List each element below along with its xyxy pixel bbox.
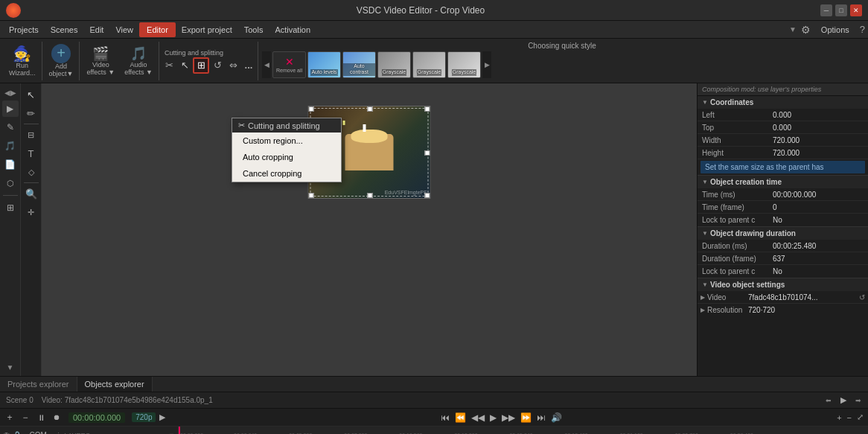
scroll-right-button[interactable]: ▶: [482, 51, 491, 78]
expand-icon[interactable]: ▼: [168, 432, 175, 435]
menu-activation[interactable]: Activation: [269, 24, 316, 36]
scroll-left-button[interactable]: ◀: [262, 51, 271, 78]
tl-record-button[interactable]: ⏺: [50, 411, 63, 424]
draw-tool-button[interactable]: ✏: [23, 105, 39, 121]
left-panel-btn4[interactable]: 📄: [2, 156, 19, 173]
lock-parent2-value: No: [773, 267, 782, 275]
minimize-button[interactable]: ─: [820, 4, 832, 16]
tl-prev-frame-button[interactable]: ⬅: [822, 395, 835, 406]
left-panel-btn3[interactable]: 🎵: [2, 138, 19, 154]
tl-pause-button[interactable]: ⏸: [34, 411, 48, 424]
zoom-tool-button[interactable]: 🔍: [23, 185, 39, 202]
context-menu-item-auto[interactable]: Auto cropping: [232, 149, 341, 165]
auto-levels-thumb[interactable]: Auto levels: [307, 51, 341, 78]
tl-remove-button[interactable]: −: [19, 411, 32, 424]
left-panel-btn2[interactable]: ✎: [2, 119, 19, 135]
left-label: Left: [702, 111, 773, 119]
flip-tool-button[interactable]: ⇔: [226, 58, 240, 73]
tl-play3-button[interactable]: ▶: [488, 412, 498, 423]
tl-prev-button[interactable]: ⏪: [453, 412, 467, 423]
tl-zoom-out-button[interactable]: −: [846, 413, 853, 422]
menu-scenes[interactable]: Scenes: [45, 24, 84, 36]
maximize-button[interactable]: □: [835, 4, 847, 16]
tl-fit-button[interactable]: ⤢: [855, 412, 865, 422]
tl-skip-end-button[interactable]: ⏭: [535, 412, 547, 423]
duration-ms-value: 00:00:25.480: [773, 242, 816, 250]
video-effects-button[interactable]: 🎬 Videoeffects ▼: [82, 44, 119, 78]
expand-down-button[interactable]: ▼: [2, 361, 19, 373]
timeline-area: Scene 0 Video: 7fadc48c1b701074e5b4986e4…: [0, 392, 868, 434]
tl-rewind-button[interactable]: ◀◀: [470, 412, 486, 423]
help-icon[interactable]: ?: [860, 24, 865, 35]
expand-left-button[interactable]: ◀▶: [2, 86, 19, 98]
settings-icon[interactable]: ⚙: [801, 24, 811, 36]
width-row: Width 720.000: [698, 134, 868, 147]
context-menu-header: ✂ Cutting and splitting: [232, 118, 341, 133]
object-creation-title[interactable]: ▼ Object creation time: [698, 176, 868, 188]
chevron-down-icon[interactable]: ▼: [789, 25, 797, 33]
rotate-tool-button[interactable]: ↺: [210, 58, 225, 73]
same-size-button[interactable]: Set the same size as the parent has: [701, 161, 865, 173]
left-panel-btn1[interactable]: ▶: [2, 100, 19, 117]
scissors-icon: ✂: [238, 121, 245, 130]
menu-editor[interactable]: Editor: [139, 22, 176, 37]
crop-tool-btn2[interactable]: ⊟: [23, 127, 39, 143]
time-display: 00:00:00.000: [68, 412, 125, 423]
menu-view[interactable]: View: [109, 24, 139, 36]
context-menu-item-cancel[interactable]: Cancel cropping: [232, 165, 341, 182]
grayscale1-thumb[interactable]: Grayscale: [377, 51, 411, 78]
playhead[interactable]: [179, 427, 180, 434]
cursor-tool-button[interactable]: ↖: [177, 58, 192, 73]
tl-volume-button[interactable]: 🔊: [549, 412, 564, 423]
tl-add-button[interactable]: +: [3, 411, 16, 424]
left-panel-btn5[interactable]: ⬡: [2, 175, 19, 191]
text-tool-button[interactable]: T: [23, 145, 39, 162]
grayscale3-thumb[interactable]: Grayscale: [447, 51, 481, 78]
track1-layers-label: LAYERS: [64, 432, 90, 435]
options-button[interactable]: Options: [815, 24, 855, 36]
scissor-tool-button[interactable]: ✂: [162, 58, 176, 73]
more-tools-button[interactable]: ...: [241, 58, 256, 73]
grayscale2-thumb[interactable]: Grayscale: [412, 51, 446, 78]
coordinates-section-title[interactable]: ▼ Coordinates: [698, 96, 868, 109]
top-label: Top: [702, 124, 773, 132]
menu-tools[interactable]: Tools: [238, 24, 269, 36]
duration-frame-value: 637: [773, 255, 785, 263]
menu-projects[interactable]: Projects: [3, 24, 45, 36]
tl-next-frame-button[interactable]: ➡: [852, 395, 865, 406]
track1-lock-icon[interactable]: 🔒: [13, 431, 22, 434]
tl-play2-button[interactable]: ▶: [157, 412, 167, 422]
video-settings-title[interactable]: ▼ Video object settings: [698, 278, 868, 291]
app-logo: [6, 3, 21, 18]
menu-export[interactable]: Export project: [176, 24, 238, 36]
add-object-button[interactable]: + Addobject▼: [45, 42, 78, 80]
tl-ff-button[interactable]: ▶▶: [500, 412, 517, 423]
object-drawing-title[interactable]: ▼ Object drawing duration: [698, 227, 868, 240]
tl-next-button[interactable]: ⏩: [519, 412, 533, 423]
run-wizard-button[interactable]: 🧙 RunWizard...: [4, 43, 40, 79]
top-row: Top 0.000: [698, 121, 868, 134]
track-content[interactable]: 00:00.000 00:02.640 00:05.280 00:07.920 …: [179, 427, 868, 434]
track1-eye-icon[interactable]: 👁: [3, 431, 10, 434]
height-row: Height 720.000: [698, 147, 868, 159]
refresh-icon[interactable]: ↺: [859, 293, 865, 301]
crop-tool-button[interactable]: ⊞: [193, 57, 209, 74]
select-tool-button[interactable]: ↖: [23, 86, 39, 103]
audio-effects-button[interactable]: 🎵 Audioeffects ▼: [120, 44, 157, 78]
tl-skip-start-button[interactable]: ⏮: [439, 412, 451, 423]
tl-play-button[interactable]: ▶: [837, 395, 850, 406]
resolution-value: 720·720: [748, 306, 775, 314]
tab-objects-explorer[interactable]: Objects explorer: [77, 377, 153, 392]
auto-contrast-thumb[interactable]: Auto contrast: [342, 51, 376, 78]
close-button[interactable]: ✕: [850, 4, 862, 16]
left-panel-btn6[interactable]: ⊞: [2, 200, 19, 216]
track1-audio-icon[interactable]: ♪: [24, 432, 28, 435]
move-tool-button[interactable]: ✛: [23, 204, 39, 220]
bottom-tabs-bar: Projects explorer Objects explorer: [0, 376, 868, 392]
tl-zoom-in-button[interactable]: +: [835, 413, 843, 422]
context-menu-item-custom[interactable]: Custom region...: [232, 133, 341, 149]
shape-tool-button[interactable]: ◇: [23, 164, 39, 180]
remove-all-thumb[interactable]: ✕ Remove all: [272, 51, 306, 78]
tab-projects-explorer[interactable]: Projects explorer: [0, 377, 77, 392]
menu-edit[interactable]: Edit: [83, 24, 109, 36]
